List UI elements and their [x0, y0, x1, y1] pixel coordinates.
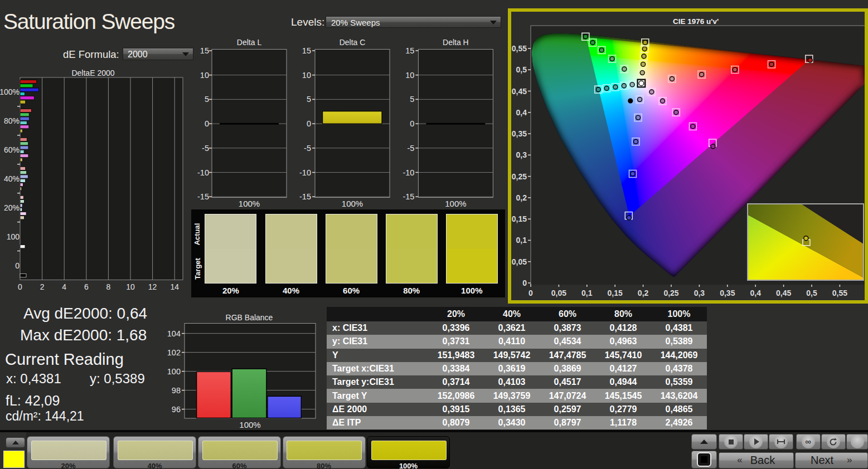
svg-text:DeltaE 2000: DeltaE 2000 — [71, 69, 114, 77]
svg-text:15: 15 — [302, 46, 311, 55]
svg-text:20%: 20% — [4, 203, 20, 212]
svg-text:0,55: 0,55 — [832, 289, 847, 297]
svg-text:-5: -5 — [407, 144, 414, 153]
svg-text:Delta H: Delta H — [443, 38, 469, 47]
svg-text:0,55: 0,55 — [512, 44, 527, 53]
svg-text:10: 10 — [200, 71, 209, 80]
svg-text:0,4: 0,4 — [750, 289, 761, 297]
svg-text:0: 0 — [307, 119, 311, 128]
svg-text:0: 0 — [528, 289, 533, 297]
svg-text:40%: 40% — [4, 174, 20, 183]
svg-text:0,25: 0,25 — [663, 289, 678, 297]
svg-text:100: 100 — [167, 367, 181, 376]
svg-text:0,1: 0,1 — [516, 236, 527, 245]
svg-text:CIE 1976 u'v': CIE 1976 u'v' — [673, 17, 719, 26]
svg-text:Delta C: Delta C — [340, 38, 366, 47]
svg-text:100%: 100% — [445, 199, 466, 208]
svg-text:2: 2 — [40, 282, 45, 291]
svg-text:-10: -10 — [299, 168, 311, 177]
svg-text:0,2: 0,2 — [516, 193, 527, 202]
svg-text:100%: 100% — [239, 420, 260, 429]
svg-text:0,1: 0,1 — [581, 289, 593, 297]
svg-text:5: 5 — [205, 95, 209, 104]
svg-text:98: 98 — [172, 386, 181, 395]
svg-text:0,35: 0,35 — [720, 289, 735, 297]
svg-text:0: 0 — [205, 119, 209, 128]
svg-text:100%: 100% — [0, 87, 20, 96]
svg-text:8: 8 — [106, 282, 111, 291]
svg-text:0,45: 0,45 — [512, 87, 527, 96]
svg-text:-15: -15 — [197, 192, 209, 201]
svg-text:0,4: 0,4 — [516, 108, 527, 117]
svg-text:-5: -5 — [202, 144, 209, 153]
svg-text:80%: 80% — [4, 116, 20, 125]
svg-text:10: 10 — [126, 282, 135, 291]
svg-text:0,5: 0,5 — [516, 65, 527, 74]
svg-text:100%: 100% — [239, 199, 260, 208]
svg-text:0,3: 0,3 — [694, 289, 705, 297]
svg-text:-5: -5 — [304, 144, 311, 153]
svg-text:Delta L: Delta L — [237, 38, 262, 47]
svg-text:100: 100 — [7, 232, 20, 241]
svg-text:60%: 60% — [4, 145, 20, 154]
svg-text:0,5: 0,5 — [806, 289, 817, 297]
svg-text:0,2: 0,2 — [638, 289, 649, 297]
svg-text:5: 5 — [307, 95, 311, 104]
svg-text:104: 104 — [167, 329, 181, 338]
svg-text:0,45: 0,45 — [776, 289, 791, 297]
svg-text:RGB Balance: RGB Balance — [226, 313, 273, 322]
svg-text:102: 102 — [167, 348, 181, 357]
svg-text:0,15: 0,15 — [608, 289, 623, 297]
svg-text:0: 0 — [18, 282, 22, 291]
svg-text:0,15: 0,15 — [512, 214, 527, 223]
svg-text:-10: -10 — [197, 168, 209, 177]
svg-text:0,25: 0,25 — [512, 172, 527, 181]
svg-text:-15: -15 — [403, 192, 414, 201]
svg-text:14: 14 — [170, 282, 179, 291]
svg-text:0,35: 0,35 — [512, 129, 527, 138]
svg-text:6: 6 — [84, 282, 89, 291]
svg-text:0,05: 0,05 — [551, 289, 566, 297]
svg-text:0,05: 0,05 — [512, 257, 527, 266]
svg-text:5: 5 — [410, 95, 414, 104]
svg-text:100%: 100% — [342, 199, 363, 208]
svg-text:10: 10 — [405, 71, 414, 80]
svg-text:0: 0 — [522, 279, 527, 287]
svg-text:0,3: 0,3 — [516, 150, 527, 159]
svg-text:15: 15 — [405, 46, 414, 55]
svg-text:96: 96 — [172, 405, 181, 414]
svg-text:0: 0 — [15, 261, 20, 270]
svg-text:-15: -15 — [299, 192, 311, 201]
svg-text:0: 0 — [410, 119, 414, 128]
svg-text:12: 12 — [148, 282, 157, 291]
svg-text:15: 15 — [200, 46, 209, 55]
svg-text:10: 10 — [302, 71, 311, 80]
svg-text:4: 4 — [62, 282, 66, 291]
svg-text:-10: -10 — [403, 168, 414, 177]
